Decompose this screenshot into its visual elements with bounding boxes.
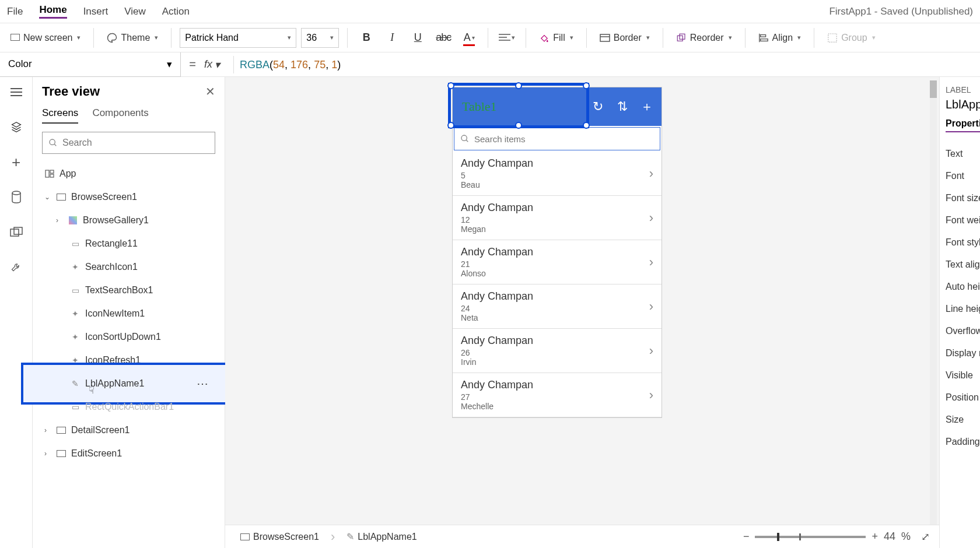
menu-file[interactable]: File — [7, 6, 23, 17]
svg-line-18 — [54, 144, 56, 146]
tree-search-input[interactable] — [62, 138, 209, 148]
resize-handle[interactable] — [583, 82, 590, 89]
hamburger-icon[interactable] — [8, 84, 24, 100]
property-value: Color — [8, 58, 32, 70]
tree-item-detail-screen[interactable]: › DetailScreen1 — [42, 419, 215, 442]
property-row[interactable]: Overflow — [946, 320, 974, 342]
tree-view-icon[interactable] — [8, 119, 24, 135]
list-item[interactable]: Andy Champan12Megan› — [453, 196, 662, 240]
tree-item-newitem[interactable]: ✦ IconNewItem1 — [42, 302, 215, 325]
tools-icon[interactable] — [8, 259, 24, 275]
tree-item-lblappname[interactable]: ✎ LblAppName1 ⋯ ☟ — [42, 372, 215, 395]
tree-item-search-icon[interactable]: ✦ SearchIcon1 — [42, 255, 215, 279]
zoom-in-button[interactable]: + — [872, 531, 878, 543]
more-icon[interactable]: ⋯ — [197, 377, 209, 391]
resize-handle[interactable] — [515, 82, 522, 89]
formula-bar: Color ▾ = fx ▾ RGBA(54, 176, 75, 1) — [0, 52, 980, 77]
menu-view[interactable]: View — [124, 6, 146, 17]
tree-item-edit-screen[interactable]: › EditScreen1 — [42, 442, 215, 465]
italic-button[interactable]: I — [382, 27, 402, 48]
new-screen-label: New screen — [23, 33, 72, 43]
scrollbar-thumb[interactable] — [930, 80, 937, 98]
theme-button[interactable]: Theme ▾ — [102, 30, 163, 45]
list-item[interactable]: Andy Champan27Mechelle› — [453, 373, 662, 417]
list-item[interactable]: Andy Champan24Neta› — [453, 284, 662, 329]
border-button[interactable]: Border ▾ — [595, 30, 654, 45]
text-align-button[interactable]: ▾ — [496, 27, 517, 48]
tree-item-sort[interactable]: ✦ IconSortUpDown1 — [42, 325, 215, 349]
tab-screens[interactable]: Screens — [42, 107, 78, 124]
tree-item-rectangle[interactable]: ▭ Rectangle11 — [42, 232, 215, 255]
property-select[interactable]: Color ▾ — [0, 52, 181, 77]
preview-search-row[interactable] — [454, 127, 660, 150]
property-row[interactable]: Font style — [946, 231, 974, 254]
new-screen-button[interactable]: New screen ▾ — [6, 30, 85, 45]
font-select[interactable]: Patrick Hand ▾ — [180, 28, 296, 48]
paint-bucket-icon — [539, 33, 550, 43]
reorder-button[interactable]: Reorder ▾ — [671, 30, 737, 45]
chevron-right-icon: › — [649, 166, 653, 181]
tree-item-browse-screen[interactable]: ⌄ BrowseScreen1 — [42, 185, 215, 209]
properties-tab[interactable]: Propertie — [946, 118, 980, 132]
svg-line-23 — [466, 140, 468, 142]
property-row[interactable]: Text — [946, 143, 974, 165]
list-item[interactable]: Andy Champan5Beau› — [453, 152, 662, 196]
property-row[interactable]: Visible — [946, 364, 974, 387]
align-button[interactable]: Align ▾ — [754, 30, 806, 45]
font-size-select[interactable]: 36 ▾ — [301, 28, 339, 48]
sort-icon[interactable]: ⇅ — [614, 99, 631, 114]
scrollbar[interactable] — [930, 80, 937, 525]
group-button[interactable]: Group ▾ — [822, 30, 880, 45]
refresh-icon[interactable]: ↻ — [589, 99, 607, 114]
property-row[interactable]: Padding — [946, 431, 974, 453]
add-icon[interactable]: ＋ — [638, 98, 656, 115]
menu-insert[interactable]: Insert — [83, 6, 108, 17]
property-row[interactable]: Position — [946, 387, 974, 409]
resize-handle[interactable] — [447, 82, 454, 89]
list-item[interactable]: Andy Champan21Alonso› — [453, 240, 662, 284]
svg-rect-16 — [14, 227, 22, 234]
fx-button[interactable]: fx ▾ — [204, 58, 233, 71]
canvas-area[interactable]: Table1 ↻ ⇅ ＋ Andy Champan5Beau›Andy Cham… — [225, 77, 939, 548]
property-row[interactable]: Display m — [946, 342, 974, 364]
fill-button[interactable]: Fill ▾ — [534, 30, 578, 45]
close-icon[interactable]: ✕ — [205, 85, 215, 99]
font-color-button[interactable]: A▾ — [459, 27, 480, 48]
zoom-out-button[interactable]: − — [743, 531, 750, 543]
tree-label: SearchIcon1 — [85, 262, 138, 272]
property-row[interactable]: Font — [946, 165, 974, 187]
screen-icon — [240, 533, 250, 540]
tree-search[interactable] — [42, 132, 215, 154]
property-row[interactable]: Font size — [946, 187, 974, 209]
fit-screen-icon[interactable]: ⤢ — [921, 531, 930, 543]
tab-components[interactable]: Components — [92, 107, 148, 124]
media-icon[interactable] — [8, 224, 24, 240]
property-row[interactable]: Font weig — [946, 209, 974, 231]
menu-home[interactable]: Home — [39, 4, 66, 19]
breadcrumb-screen[interactable]: BrowseScreen1 — [235, 529, 325, 545]
formula-input[interactable]: RGBA(54, 176, 75, 1) — [234, 58, 980, 71]
property-row[interactable]: Size — [946, 409, 974, 431]
item-num: 21 — [461, 259, 649, 269]
property-row[interactable]: Text align — [946, 254, 974, 276]
insert-icon[interactable]: + — [8, 154, 24, 170]
preview-search-input[interactable] — [474, 134, 654, 144]
bold-button[interactable]: B — [356, 27, 377, 48]
data-icon[interactable] — [8, 189, 24, 205]
breadcrumb-control[interactable]: ✎ LblAppName1 — [341, 529, 422, 545]
tree-item-textsearchbox[interactable]: ▭ TextSearchBox1 — [42, 279, 215, 302]
property-row[interactable]: Line heigh — [946, 298, 974, 320]
zoom-thumb[interactable] — [777, 533, 779, 541]
underline-button[interactable]: U — [407, 27, 428, 48]
tree-item-rectactionbar[interactable]: ▭ RectQuickActionBar1 — [42, 395, 215, 419]
zoom-slider[interactable] — [755, 536, 866, 538]
property-row[interactable]: Auto heig — [946, 276, 974, 298]
strikethrough-button[interactable]: abc — [433, 27, 454, 48]
list-item[interactable]: Andy Champan26Irvin› — [453, 329, 662, 373]
chevron-down-icon: ▾ — [288, 34, 291, 41]
tree-item-gallery[interactable]: › BrowseGallery1 — [42, 209, 215, 232]
tree-item-app[interactable]: App — [42, 162, 215, 185]
svg-rect-9 — [760, 38, 768, 41]
header-title-label[interactable]: Table1 — [459, 99, 582, 114]
menu-action[interactable]: Action — [162, 6, 190, 17]
